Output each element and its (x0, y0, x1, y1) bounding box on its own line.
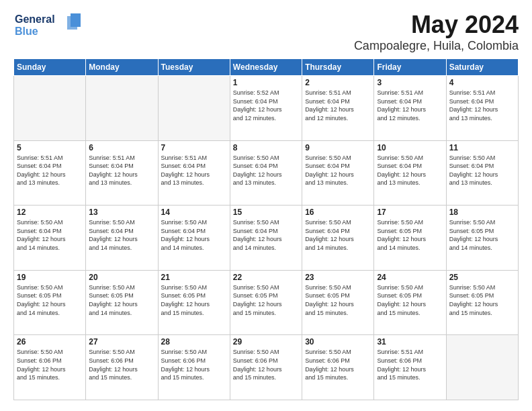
week-row-4: 26Sunrise: 5:50 AM Sunset: 6:06 PM Dayli… (14, 335, 519, 400)
week-row-1: 5Sunrise: 5:51 AM Sunset: 6:04 PM Daylig… (14, 140, 519, 205)
cell-info: Sunrise: 5:50 AM Sunset: 6:06 PM Dayligh… (233, 348, 299, 381)
table-row: 23Sunrise: 5:50 AM Sunset: 6:05 PM Dayli… (302, 270, 374, 335)
table-row: 17Sunrise: 5:50 AM Sunset: 6:05 PM Dayli… (374, 205, 446, 271)
cell-info: Sunrise: 5:50 AM Sunset: 6:05 PM Dayligh… (17, 283, 83, 317)
day-number: 31 (377, 337, 443, 347)
table-row: 12Sunrise: 5:50 AM Sunset: 6:04 PM Dayli… (14, 205, 86, 271)
header-sunday: Sunday (14, 59, 86, 76)
table-row: 7Sunrise: 5:51 AM Sunset: 6:04 PM Daylig… (158, 140, 230, 205)
cell-info: Sunrise: 5:50 AM Sunset: 6:06 PM Dayligh… (17, 348, 83, 381)
day-number: 25 (449, 273, 515, 282)
day-number: 13 (89, 208, 154, 217)
header-friday: Friday (374, 59, 446, 76)
svg-text:General: General (15, 13, 55, 25)
day-number: 7 (161, 143, 227, 152)
cell-info: Sunrise: 5:50 AM Sunset: 6:06 PM Dayligh… (305, 348, 371, 381)
cell-info: Sunrise: 5:50 AM Sunset: 6:04 PM Dayligh… (305, 218, 371, 252)
table-row: 26Sunrise: 5:50 AM Sunset: 6:06 PM Dayli… (14, 335, 86, 400)
day-number: 18 (449, 208, 515, 217)
cell-info: Sunrise: 5:51 AM Sunset: 6:04 PM Dayligh… (161, 154, 227, 187)
cell-info: Sunrise: 5:50 AM Sunset: 6:06 PM Dayligh… (161, 348, 227, 381)
cell-info: Sunrise: 5:50 AM Sunset: 6:05 PM Dayligh… (161, 283, 227, 317)
table-row: 3Sunrise: 5:51 AM Sunset: 6:04 PM Daylig… (374, 76, 446, 141)
header-tuesday: Tuesday (158, 59, 230, 76)
table-row: 31Sunrise: 5:51 AM Sunset: 6:06 PM Dayli… (374, 335, 446, 400)
cell-info: Sunrise: 5:50 AM Sunset: 6:06 PM Dayligh… (89, 348, 154, 381)
cell-info: Sunrise: 5:50 AM Sunset: 6:05 PM Dayligh… (449, 283, 515, 317)
table-row: 5Sunrise: 5:51 AM Sunset: 6:04 PM Daylig… (14, 140, 86, 205)
table-row: 10Sunrise: 5:50 AM Sunset: 6:04 PM Dayli… (374, 140, 446, 205)
table-row: 13Sunrise: 5:50 AM Sunset: 6:04 PM Dayli… (86, 205, 158, 271)
table-row: 22Sunrise: 5:50 AM Sunset: 6:05 PM Dayli… (230, 270, 302, 335)
day-number: 12 (17, 208, 83, 217)
day-number: 24 (377, 273, 443, 282)
day-number: 16 (305, 208, 371, 217)
cell-info: Sunrise: 5:50 AM Sunset: 6:05 PM Dayligh… (377, 218, 443, 252)
cell-info: Sunrise: 5:50 AM Sunset: 6:05 PM Dayligh… (233, 283, 299, 317)
cell-info: Sunrise: 5:50 AM Sunset: 6:04 PM Dayligh… (17, 218, 83, 252)
cell-info: Sunrise: 5:51 AM Sunset: 6:04 PM Dayligh… (377, 89, 443, 122)
cell-info: Sunrise: 5:50 AM Sunset: 6:04 PM Dayligh… (233, 218, 299, 252)
table-row: 30Sunrise: 5:50 AM Sunset: 6:06 PM Dayli… (302, 335, 374, 400)
cell-info: Sunrise: 5:50 AM Sunset: 6:04 PM Dayligh… (89, 218, 154, 252)
cell-info: Sunrise: 5:51 AM Sunset: 6:04 PM Dayligh… (17, 154, 83, 187)
cell-info: Sunrise: 5:50 AM Sunset: 6:04 PM Dayligh… (161, 218, 227, 252)
cell-info: Sunrise: 5:50 AM Sunset: 6:05 PM Dayligh… (377, 283, 443, 317)
table-row: 28Sunrise: 5:50 AM Sunset: 6:06 PM Dayli… (158, 335, 230, 400)
day-number: 17 (377, 208, 443, 217)
cell-info: Sunrise: 5:50 AM Sunset: 6:05 PM Dayligh… (89, 283, 154, 317)
svg-marker-3 (71, 13, 81, 27)
table-row (446, 335, 518, 400)
day-number: 26 (17, 337, 83, 347)
day-number: 9 (305, 143, 371, 152)
week-row-2: 12Sunrise: 5:50 AM Sunset: 6:04 PM Dayli… (14, 205, 519, 271)
table-row: 19Sunrise: 5:50 AM Sunset: 6:05 PM Dayli… (14, 270, 86, 335)
table-row: 25Sunrise: 5:50 AM Sunset: 6:05 PM Dayli… (446, 270, 518, 335)
days-header-row: Sunday Monday Tuesday Wednesday Thursday… (14, 59, 519, 76)
table-row (86, 76, 158, 141)
day-number: 15 (233, 208, 299, 217)
day-number: 1 (233, 78, 299, 87)
day-number: 19 (17, 273, 83, 282)
day-number: 30 (305, 337, 371, 347)
cell-info: Sunrise: 5:50 AM Sunset: 6:04 PM Dayligh… (377, 154, 443, 187)
table-row: 14Sunrise: 5:50 AM Sunset: 6:04 PM Dayli… (158, 205, 230, 271)
day-number: 22 (233, 273, 299, 282)
cell-info: Sunrise: 5:50 AM Sunset: 6:04 PM Dayligh… (449, 154, 515, 187)
day-number: 4 (449, 78, 515, 87)
cell-info: Sunrise: 5:50 AM Sunset: 6:04 PM Dayligh… (233, 154, 299, 187)
table-row: 24Sunrise: 5:50 AM Sunset: 6:05 PM Dayli… (374, 270, 446, 335)
location-title: Campoalegre, Huila, Colombia (354, 39, 519, 53)
day-number: 27 (89, 337, 154, 347)
day-number: 6 (89, 143, 154, 152)
table-row: 29Sunrise: 5:50 AM Sunset: 6:06 PM Dayli… (230, 335, 302, 400)
table-row: 9Sunrise: 5:50 AM Sunset: 6:04 PM Daylig… (302, 140, 374, 205)
table-row: 8Sunrise: 5:50 AM Sunset: 6:04 PM Daylig… (230, 140, 302, 205)
table-row: 15Sunrise: 5:50 AM Sunset: 6:04 PM Dayli… (230, 205, 302, 271)
day-number: 2 (305, 78, 371, 87)
day-number: 21 (161, 273, 227, 282)
day-number: 20 (89, 273, 154, 282)
table-row: 2Sunrise: 5:51 AM Sunset: 6:04 PM Daylig… (302, 76, 374, 141)
table-row: 21Sunrise: 5:50 AM Sunset: 6:05 PM Dayli… (158, 270, 230, 335)
table-row: 4Sunrise: 5:51 AM Sunset: 6:04 PM Daylig… (446, 76, 518, 141)
day-number: 5 (17, 143, 83, 152)
svg-text:Blue: Blue (15, 26, 38, 37)
table-row (14, 76, 86, 141)
logo: General Blue (13, 11, 87, 43)
cell-info: Sunrise: 5:51 AM Sunset: 6:04 PM Dayligh… (449, 89, 515, 122)
day-number: 23 (305, 273, 371, 282)
cell-info: Sunrise: 5:51 AM Sunset: 6:04 PM Dayligh… (89, 154, 154, 187)
cell-info: Sunrise: 5:50 AM Sunset: 6:04 PM Dayligh… (305, 154, 371, 187)
header: General Blue May 2024 Campoalegre, Huila… (13, 11, 519, 53)
calendar-table: Sunday Monday Tuesday Wednesday Thursday… (13, 58, 519, 400)
table-row: 18Sunrise: 5:50 AM Sunset: 6:05 PM Dayli… (446, 205, 518, 271)
page: General Blue May 2024 Campoalegre, Huila… (0, 0, 532, 411)
table-row: 6Sunrise: 5:51 AM Sunset: 6:04 PM Daylig… (86, 140, 158, 205)
title-block: May 2024 Campoalegre, Huila, Colombia (354, 11, 519, 53)
logo-svg: General Blue (13, 11, 87, 40)
day-number: 11 (449, 143, 515, 152)
cell-info: Sunrise: 5:51 AM Sunset: 6:06 PM Dayligh… (377, 348, 443, 381)
logo-block: General Blue (13, 11, 87, 43)
day-number: 29 (233, 337, 299, 347)
